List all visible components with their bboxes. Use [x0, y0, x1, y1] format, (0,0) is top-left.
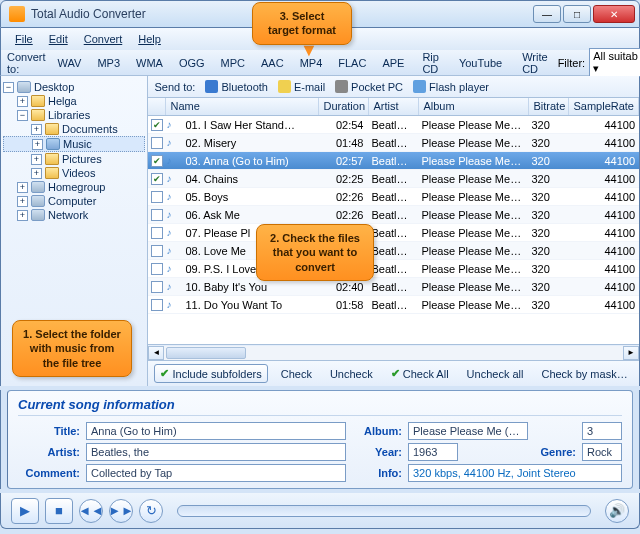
row-checkbox[interactable] [151, 227, 163, 239]
table-row[interactable]: ♪08. Love Me02:21Beatles…Please Please M… [148, 242, 639, 260]
table-row[interactable]: ✔♪04. Chains02:25Beatles…Please Please M… [148, 170, 639, 188]
genre-field[interactable]: Rock [582, 443, 622, 461]
col-name[interactable]: Name [166, 98, 319, 115]
filter-select[interactable]: All suitab ▾ [589, 48, 640, 77]
check-by-mask-button[interactable]: Check by mask… [536, 366, 632, 382]
tree-homegroup[interactable]: Homegroup [48, 181, 105, 193]
format-ogg-button[interactable]: OGG [172, 53, 212, 73]
volume-button[interactable]: 🔊 [605, 499, 629, 523]
stop-button[interactable]: ■ [45, 498, 73, 524]
minimize-button[interactable]: — [533, 5, 561, 23]
progress-slider[interactable] [177, 505, 591, 517]
close-button[interactable]: ✕ [593, 5, 635, 23]
row-checkbox[interactable] [151, 191, 163, 203]
table-row[interactable]: ♪11. Do You Want To01:58Beatles…Please P… [148, 296, 639, 314]
info-header: Current song information [18, 397, 622, 416]
title-field[interactable]: Anna (Go to Him) [86, 422, 346, 440]
menu-help[interactable]: Help [130, 30, 169, 48]
check-all-button[interactable]: ✔Check All [386, 365, 454, 382]
expand-icon[interactable]: + [31, 154, 42, 165]
play-button[interactable]: ▶ [11, 498, 39, 524]
tree-computer[interactable]: Computer [48, 195, 96, 207]
col-duration[interactable]: Duration [319, 98, 369, 115]
table-row[interactable]: ✔♪01. I Saw Her Stand…02:54Beatles…Pleas… [148, 116, 639, 134]
col-bitrate[interactable]: Bitrate [529, 98, 569, 115]
format-ape-button[interactable]: APE [375, 53, 411, 73]
sendto-flash[interactable]: Flash player [413, 80, 489, 93]
sendto-email[interactable]: E-mail [278, 80, 325, 93]
expand-icon[interactable]: + [17, 210, 28, 221]
expand-icon[interactable]: + [17, 182, 28, 193]
tree-network[interactable]: Network [48, 209, 88, 221]
table-row[interactable]: ♪05. Boys02:26Beatles…Please Please Me …… [148, 188, 639, 206]
table-row[interactable]: ♪07. Please Pl02:03Beatles…Please Please… [148, 224, 639, 242]
row-checkbox[interactable]: ✔ [151, 155, 163, 167]
scroll-right-button[interactable]: ► [623, 346, 639, 360]
artist-field[interactable]: Beatles, the [86, 443, 346, 461]
row-checkbox[interactable] [151, 299, 163, 311]
tree-libraries[interactable]: Libraries [48, 109, 90, 121]
cell-samplerate: 44100 [567, 119, 639, 131]
tree-pictures[interactable]: Pictures [62, 153, 102, 165]
rip-cd-button[interactable]: Rip CD [414, 48, 447, 78]
include-subfolders-toggle[interactable]: ✔Include subfolders [154, 364, 267, 383]
menu-convert[interactable]: Convert [76, 30, 131, 48]
row-checkbox[interactable] [151, 263, 163, 275]
track-field[interactable]: 3 [582, 422, 622, 440]
comment-label: Comment: [18, 467, 80, 479]
tree-videos[interactable]: Videos [62, 167, 95, 179]
row-checkbox[interactable]: ✔ [151, 173, 163, 185]
col-artist[interactable]: Artist [369, 98, 419, 115]
expand-icon[interactable]: − [3, 82, 14, 93]
row-checkbox[interactable] [151, 209, 163, 221]
scroll-left-button[interactable]: ◄ [148, 346, 164, 360]
format-aac-button[interactable]: AAC [254, 53, 291, 73]
tree-music[interactable]: Music [63, 138, 92, 150]
sendto-pocketpc[interactable]: Pocket PC [335, 80, 403, 93]
tree-helga[interactable]: Helga [48, 95, 77, 107]
youtube-button[interactable]: YouTube [451, 54, 510, 72]
write-cd-button[interactable]: Write CD [514, 48, 555, 78]
genre-label: Genre: [534, 446, 576, 458]
table-row[interactable]: ♪09. P.S. I Love You02:04Beatles…Please … [148, 260, 639, 278]
menu-edit[interactable]: Edit [41, 30, 76, 48]
maximize-button[interactable]: □ [563, 5, 591, 23]
sendto-bluetooth[interactable]: Bluetooth [205, 80, 267, 93]
check-button[interactable]: Check [276, 366, 317, 382]
expand-icon[interactable]: + [17, 196, 28, 207]
album-field[interactable]: Please Please Me (2009 Stereo [408, 422, 528, 440]
uncheck-button[interactable]: Uncheck [325, 366, 378, 382]
uncheck-all-button[interactable]: Uncheck all [462, 366, 529, 382]
row-checkbox[interactable] [151, 281, 163, 293]
next-button[interactable]: ►► [109, 499, 133, 523]
tree-documents[interactable]: Documents [62, 123, 118, 135]
table-row[interactable]: ♪02. Misery01:48Beatles…Please Please Me… [148, 134, 639, 152]
comment-field[interactable]: Collected by Tap [86, 464, 346, 482]
expand-icon[interactable]: − [17, 110, 28, 121]
scroll-thumb[interactable] [166, 347, 246, 359]
repeat-button[interactable]: ↻ [139, 499, 163, 523]
year-field[interactable]: 1963 [408, 443, 458, 461]
row-checkbox[interactable] [151, 245, 163, 257]
expand-icon[interactable]: + [31, 124, 42, 135]
tree-desktop[interactable]: Desktop [34, 81, 74, 93]
table-row[interactable]: ✔♪03. Anna (Go to Him)02:57Beatles…Pleas… [148, 152, 639, 170]
col-samplerate[interactable]: SampleRate [569, 98, 639, 115]
row-checkbox[interactable]: ✔ [151, 119, 163, 131]
format-mpc-button[interactable]: MPC [214, 53, 252, 73]
menu-file[interactable]: File [7, 30, 41, 48]
format-mp3-button[interactable]: MP3 [90, 53, 127, 73]
format-wav-button[interactable]: WAV [51, 53, 89, 73]
format-wma-button[interactable]: WMA [129, 53, 170, 73]
expand-icon[interactable]: + [31, 168, 42, 179]
table-row[interactable]: ♪06. Ask Me02:26Beatles…Please Please Me… [148, 206, 639, 224]
col-album[interactable]: Album [419, 98, 529, 115]
expand-icon[interactable]: + [32, 139, 43, 150]
row-checkbox[interactable] [151, 137, 163, 149]
prev-button[interactable]: ◄◄ [79, 499, 103, 523]
format-flac-button[interactable]: FLAC [331, 53, 373, 73]
horizontal-scrollbar[interactable]: ◄ ► [148, 344, 639, 360]
expand-icon[interactable]: + [17, 96, 28, 107]
table-row[interactable]: ♪10. Baby It's You02:40Beatles…Please Pl… [148, 278, 639, 296]
file-list[interactable]: ✔♪01. I Saw Her Stand…02:54Beatles…Pleas… [148, 116, 639, 344]
